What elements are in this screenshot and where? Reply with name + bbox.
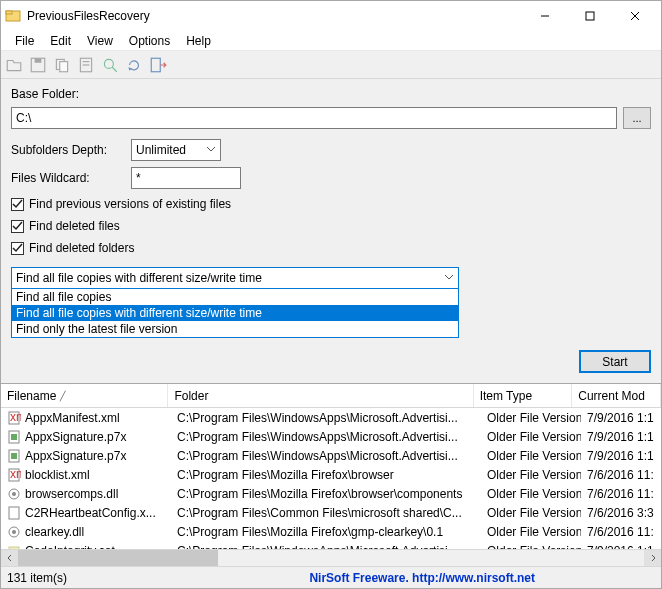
copy-mode-combo[interactable]: Find all file copies with different size… (11, 267, 459, 338)
cell-itemtype: Older File Version (481, 430, 581, 444)
results-listview: Filename ╱ Folder Item Type Current Mod … (1, 384, 661, 566)
cell-filename: xmlAppxManifest.xml (1, 411, 171, 425)
menu-help[interactable]: Help (178, 32, 219, 50)
table-row[interactable]: xmlblocklist.xmlC:\Program Files\Mozilla… (1, 465, 661, 484)
status-branding: NirSoft Freeware. http://www.nirsoft.net (309, 571, 535, 585)
cell-curmod: 7/9/2016 1:1 (581, 411, 661, 425)
menubar: File Edit View Options Help (1, 31, 661, 51)
svg-rect-19 (11, 434, 17, 440)
save-icon[interactable] (29, 56, 47, 74)
menu-file[interactable]: File (7, 32, 42, 50)
properties-icon[interactable] (77, 56, 95, 74)
cell-curmod: 7/6/2016 11: (581, 468, 661, 482)
chk-deleted-files[interactable] (11, 220, 24, 233)
table-row[interactable]: AppxSignature.p7xC:\Program Files\Window… (1, 427, 661, 446)
svg-rect-9 (60, 61, 68, 71)
cell-itemtype: Older File Version (481, 487, 581, 501)
file-icon (7, 506, 21, 520)
scroll-track[interactable] (18, 550, 644, 567)
cell-folder: C:\Program Files\WindowsApps\Microsoft.A… (171, 430, 481, 444)
start-button[interactable]: Start (579, 350, 651, 373)
cell-itemtype: Older File Version (481, 506, 581, 520)
scroll-right-icon[interactable] (644, 550, 661, 567)
svg-line-14 (112, 67, 117, 72)
cell-filename: clearkey.dll (1, 525, 171, 539)
exit-icon[interactable] (149, 56, 167, 74)
svg-rect-21 (11, 453, 17, 459)
chk-previous-versions[interactable] (11, 198, 24, 211)
titlebar: PreviousFilesRecovery (1, 1, 661, 31)
svg-text:xml: xml (10, 411, 21, 424)
chk-deleted-files-label: Find deleted files (29, 219, 120, 233)
subfolders-depth-value: Unlimited (136, 143, 186, 157)
find-icon[interactable] (101, 56, 119, 74)
chk-deleted-folders[interactable] (11, 242, 24, 255)
svg-point-13 (104, 59, 113, 68)
list-body[interactable]: xmlAppxManifest.xmlC:\Program Files\Wind… (1, 408, 661, 549)
table-row[interactable]: CodeIntegrity.catC:\Program Files\Window… (1, 541, 661, 549)
refresh-icon[interactable] (125, 56, 143, 74)
table-row[interactable]: AppxSignature.p7xC:\Program Files\Window… (1, 446, 661, 465)
file-icon: xml (7, 468, 21, 482)
toolbar (1, 51, 661, 79)
maximize-button[interactable] (567, 1, 612, 31)
svg-rect-15 (151, 58, 160, 72)
col-itemtype[interactable]: Item Type (474, 384, 573, 407)
options-panel: Base Folder: ... Subfolders Depth: Unlim… (1, 79, 661, 384)
copy-icon[interactable] (53, 56, 71, 74)
col-folder[interactable]: Folder (168, 384, 473, 407)
col-filename-label: Filename (7, 389, 56, 403)
open-icon[interactable] (5, 56, 23, 74)
svg-point-25 (12, 492, 16, 496)
app-icon (5, 8, 21, 24)
base-folder-label: Base Folder: (11, 87, 651, 101)
combo-option-diff[interactable]: Find all file copies with different size… (12, 305, 458, 321)
statusbar: 131 item(s) NirSoft Freeware. http://www… (1, 566, 661, 588)
col-filename[interactable]: Filename ╱ (1, 384, 168, 407)
cell-curmod: 7/9/2016 1:1 (581, 449, 661, 463)
subfolders-depth-select[interactable]: Unlimited (131, 139, 221, 161)
file-icon (7, 525, 21, 539)
sort-asc-icon: ╱ (60, 391, 65, 401)
svg-rect-1 (6, 11, 12, 14)
browse-button[interactable]: ... (623, 107, 651, 129)
table-row[interactable]: xmlAppxManifest.xmlC:\Program Files\Wind… (1, 408, 661, 427)
table-row[interactable]: C2RHeartbeatConfig.x...C:\Program Files\… (1, 503, 661, 522)
combo-option-latest[interactable]: Find only the latest file version (12, 321, 458, 337)
cell-itemtype: Older File Version (481, 449, 581, 463)
subfolders-depth-label: Subfolders Depth: (11, 143, 121, 157)
chevron-down-icon (444, 271, 454, 285)
table-row[interactable]: browsercomps.dllC:\Program Files\Mozilla… (1, 484, 661, 503)
cell-folder: C:\Program Files\Mozilla Firefox\browser… (171, 487, 481, 501)
col-curmod[interactable]: Current Mod (572, 384, 661, 407)
scroll-thumb[interactable] (18, 550, 218, 567)
cell-filename: xmlblocklist.xml (1, 468, 171, 482)
cell-itemtype: Older File Version (481, 525, 581, 539)
chevron-down-icon (206, 143, 216, 157)
menu-view[interactable]: View (79, 32, 121, 50)
files-wildcard-input[interactable] (131, 167, 241, 189)
copy-mode-dropdown: Find all file copies Find all file copie… (11, 289, 459, 338)
svg-rect-3 (586, 12, 594, 20)
cell-filename: C2RHeartbeatConfig.x... (1, 506, 171, 520)
menu-edit[interactable]: Edit (42, 32, 79, 50)
cell-itemtype: Older File Version (481, 411, 581, 425)
horizontal-scrollbar[interactable] (1, 549, 661, 566)
copy-mode-selected: Find all file copies with different size… (16, 271, 262, 285)
cell-folder: C:\Program Files\Mozilla Firefox\gmp-cle… (171, 525, 481, 539)
minimize-button[interactable] (522, 1, 567, 31)
cell-curmod: 7/6/2016 3:3 (581, 506, 661, 520)
menu-options[interactable]: Options (121, 32, 178, 50)
chk-previous-versions-label: Find previous versions of existing files (29, 197, 231, 211)
scroll-left-icon[interactable] (1, 550, 18, 567)
base-folder-input[interactable] (11, 107, 617, 129)
svg-point-28 (12, 530, 16, 534)
cell-itemtype: Older File Version (481, 468, 581, 482)
cell-folder: C:\Program Files\WindowsApps\Microsoft.A… (171, 411, 481, 425)
cell-folder: C:\Program Files\Common Files\microsoft … (171, 506, 481, 520)
file-icon (7, 430, 21, 444)
table-row[interactable]: clearkey.dllC:\Program Files\Mozilla Fir… (1, 522, 661, 541)
cell-folder: C:\Program Files\WindowsApps\Microsoft.A… (171, 449, 481, 463)
close-button[interactable] (612, 1, 657, 31)
combo-option-all[interactable]: Find all file copies (12, 289, 458, 305)
